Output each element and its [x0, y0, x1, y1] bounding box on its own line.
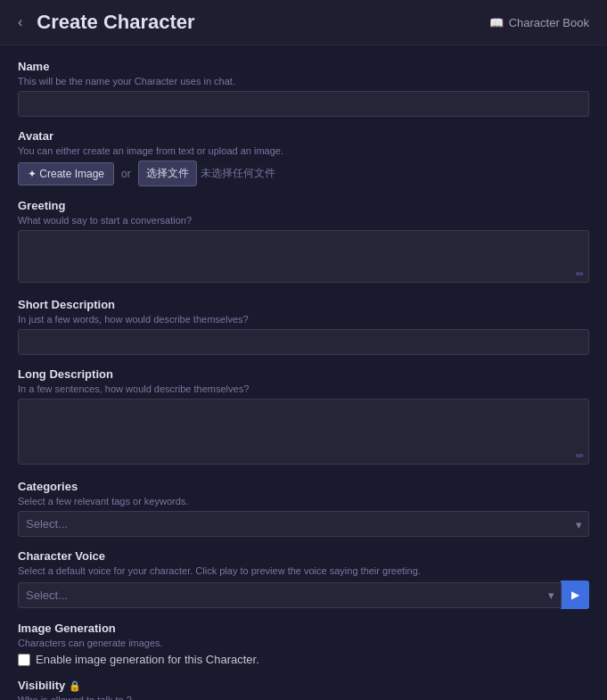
name-label: Name: [18, 60, 589, 73]
categories-select-wrapper: Select... ▾: [18, 511, 589, 537]
long-description-label: Long Description: [18, 367, 589, 381]
character-voice-hint: Select a default voice for your characte…: [18, 565, 589, 576]
image-generation-checkbox-label: Enable image generation for this Charact…: [36, 653, 259, 666]
create-image-button[interactable]: ✦ Create Image: [18, 162, 114, 185]
categories-field-group: Categories Select a few relevant tags or…: [18, 480, 589, 537]
back-button[interactable]: ‹: [18, 14, 22, 30]
voice-row: Select... ▾ ▶: [18, 581, 589, 609]
voice-select[interactable]: Select...: [18, 582, 562, 608]
character-book-link[interactable]: 📖 Character Book: [489, 16, 589, 29]
visibility-label: Visibility🔒: [18, 679, 589, 692]
avatar-label: Avatar: [18, 129, 589, 143]
name-field-group: Name This will be the name your Characte…: [18, 60, 589, 117]
avatar-row: ✦ Create Image or 选择文件 未选择任何文件: [18, 161, 589, 186]
greeting-field-group: Greeting What would say to start a conve…: [18, 199, 589, 285]
file-select-button[interactable]: 选择文件: [138, 161, 197, 186]
character-voice-label: Character Voice: [18, 549, 589, 563]
image-generation-hint: Characters can generate images.: [18, 638, 589, 648]
greeting-textarea[interactable]: [18, 230, 589, 283]
character-book-label: Character Book: [509, 16, 589, 29]
header: ‹ Create Character 📖 Character Book: [0, 0, 607, 45]
character-voice-field-group: Character Voice Select a default voice f…: [18, 549, 589, 609]
avatar-field-group: Avatar You can either create an image fr…: [18, 129, 589, 186]
or-text: or: [121, 168, 131, 180]
categories-label: Categories: [18, 480, 589, 493]
short-description-field-group: Short Description In just a few words, h…: [18, 298, 589, 355]
avatar-hint: You can either create an image from text…: [18, 145, 589, 156]
short-description-hint: In just a few words, how would describe …: [18, 314, 589, 325]
voice-select-wrapper: Select... ▾: [18, 582, 562, 608]
image-generation-checkbox-row: Enable image generation for this Charact…: [18, 653, 589, 666]
long-description-textarea[interactable]: [18, 399, 589, 465]
file-name-display: 未选择任何文件: [201, 166, 275, 181]
visibility-field-group: Visibility🔒 Who is allowed to talk to ? …: [18, 679, 589, 700]
categories-hint: Select a few relevant tags or keywords.: [18, 496, 589, 506]
name-hint: This will be the name your Character use…: [18, 76, 589, 86]
voice-play-button[interactable]: ▶: [561, 581, 589, 609]
long-description-hint: In a few sentences, how would describe t…: [18, 383, 589, 394]
short-description-input[interactable]: [18, 329, 589, 355]
page-title: Create Character: [37, 11, 488, 34]
long-description-textarea-wrapper: ✏: [18, 399, 589, 467]
long-description-edit-icon: ✏: [576, 450, 584, 462]
greeting-textarea-wrapper: ✏: [18, 230, 589, 285]
visibility-hint: Who is allowed to talk to ?: [18, 695, 589, 700]
image-generation-checkbox[interactable]: [18, 654, 30, 666]
file-input-area: 选择文件 未选择任何文件: [138, 161, 275, 186]
content-area: Name This will be the name your Characte…: [0, 45, 607, 700]
image-generation-field-group: Image Generation Characters can generate…: [18, 622, 589, 666]
image-generation-label: Image Generation: [18, 622, 589, 635]
edit-icon: ✏: [576, 268, 584, 280]
greeting-label: Greeting: [18, 199, 589, 212]
greeting-hint: What would say to start a conversation?: [18, 215, 589, 226]
visibility-lock-icon: 🔒: [69, 680, 81, 691]
categories-select[interactable]: Select...: [18, 511, 589, 537]
book-icon: 📖: [489, 16, 504, 29]
short-description-label: Short Description: [18, 298, 589, 311]
name-input[interactable]: [18, 91, 589, 117]
long-description-field-group: Long Description In a few sentences, how…: [18, 367, 589, 467]
